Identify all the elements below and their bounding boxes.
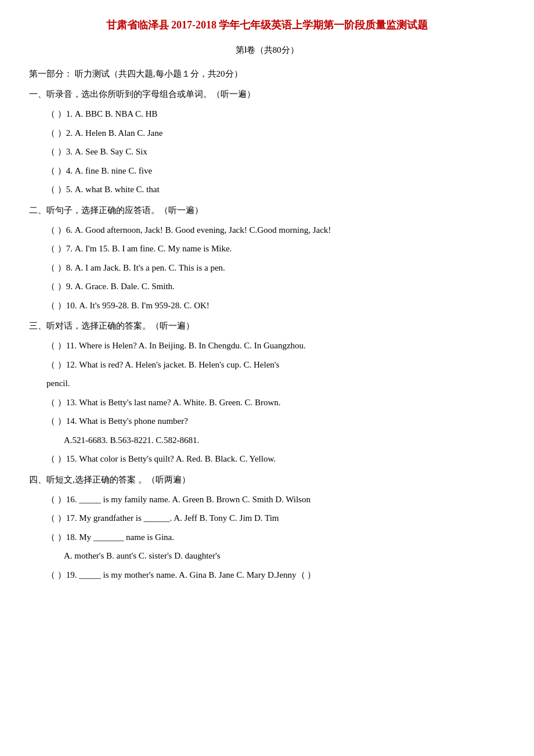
question-2: （ ）2. A. Helen B. Alan C. Jane — [29, 125, 505, 142]
question-12-start: （ ）12. What is red? A. Helen's jacket. B… — [29, 357, 505, 373]
question-9: （ ）9. A. Grace. B. Dale. C. Smith. — [29, 278, 505, 295]
question-18-start: （ ）18. My _______ name is Gina. — [29, 529, 505, 546]
question-16: （ ）16. _____ is my family name. A. Green… — [29, 491, 505, 508]
question-10: （ ）10. A. It's 959-28. B. I'm 959-28. C.… — [29, 297, 505, 314]
question-17: （ ）17. My grandfather is ______. A. Jeff… — [29, 510, 505, 527]
question-8: （ ）8. A. I am Jack. B. It's a pen. C. Th… — [29, 260, 505, 276]
question-14-start: （ ）14. What is Betty's phone number? — [29, 413, 505, 430]
section4-header: 四、听短文,选择正确的答案 。（听两遍） — [29, 472, 505, 488]
page-title: 甘肃省临泽县 2017-2018 学年七年级英语上学期第一阶段质量监测试题 — [29, 17, 505, 33]
question-18-options: A. mother's B. aunt's C. sister's D. dau… — [29, 548, 505, 564]
question-13: （ ）13. What is Betty's last name? A. Whi… — [29, 394, 505, 411]
section2-header: 二、听句子，选择正确的应答语。（听一遍） — [29, 203, 505, 218]
question-3: （ ）3. A. See B. Say C. Six — [29, 143, 505, 160]
question-4: （ ）4. A. fine B. nine C. five — [29, 163, 505, 179]
question-12-end: pencil. — [29, 375, 505, 392]
question-11: （ ）11. Where is Helen? A. In Beijing. B.… — [29, 337, 505, 354]
question-1: （ ）1. A. BBC B. NBA C. HB — [29, 106, 505, 123]
section1-header: 一、听录音，选出你所听到的字母组合或单词。（听一遍） — [29, 87, 505, 102]
section3-header: 三、听对话，选择正确的答案。（听一遍） — [29, 318, 505, 334]
question-6: （ ）6. A. Good afternoon, Jack! B. Good e… — [29, 222, 505, 239]
question-5: （ ）5. A. what B. white C. that — [29, 181, 505, 198]
part1-header: 第一部分： 听力测试（共四大题,每小题１分，共20分） — [29, 66, 505, 82]
question-7: （ ）7. A. I'm 15. B. I am fine. C. My nam… — [29, 240, 505, 257]
question-19: （ ）19. _____ is my mother's name. A. Gin… — [29, 567, 505, 584]
question-14-options: A.521-6683. B.563-8221. C.582-8681. — [29, 432, 505, 449]
question-15: （ ）15. What color is Betty's quilt? A. R… — [29, 451, 505, 467]
volume-label: 第Ⅰ卷（共80分） — [29, 42, 505, 58]
